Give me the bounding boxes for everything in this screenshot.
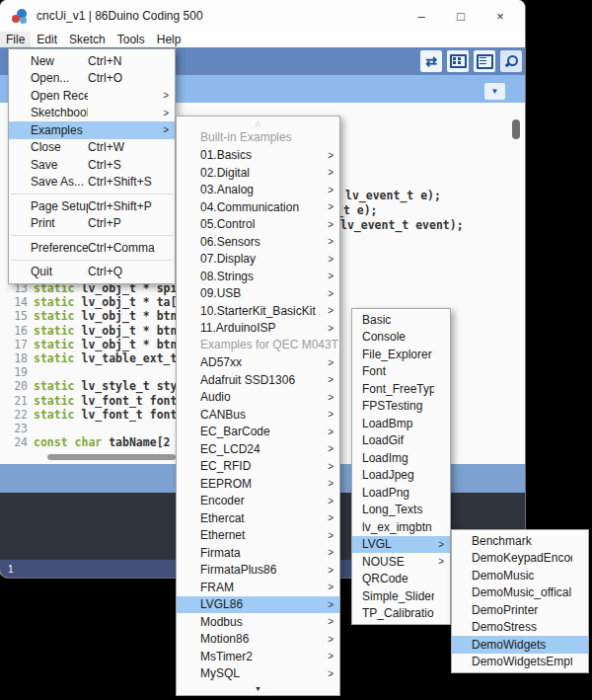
submenu-chevron-icon: > xyxy=(324,616,333,627)
menu-item-file-explorer[interactable]: File_Explorer xyxy=(352,346,450,363)
menu-item-save[interactable]: SaveCtrl+S xyxy=(9,156,175,174)
menu-item-demowidgetsempty[interactable]: DemoWidgetsEmpty xyxy=(452,654,588,671)
menu-item-demomusic-offical[interactable]: DemoMusic_offical xyxy=(452,584,588,602)
menu-item-lv-ex-imgbtn[interactable]: lv_ex_imgbtn xyxy=(352,518,450,536)
menubar-item-sketch[interactable]: Sketch xyxy=(63,32,111,47)
menu-item-ad57xx[interactable]: AD57xx> xyxy=(177,354,339,372)
menu-item-ec-barcode[interactable]: EC_BarCode> xyxy=(177,424,339,441)
menu-item-font[interactable]: Font xyxy=(352,363,450,381)
board-manager-icon[interactable] xyxy=(447,50,469,72)
minimize-button[interactable]: – xyxy=(402,0,441,32)
menu-item-ec-lcd24[interactable]: EC_LCD24> xyxy=(177,440,339,458)
menu-item-open-recent[interactable]: Open Recent> xyxy=(9,87,175,105)
menu-item-lvgl86[interactable]: LVGL86> xyxy=(177,596,339,614)
menu-item-06-sensors[interactable]: 06.Sensors> xyxy=(177,233,339,251)
menu-item-firmata[interactable]: Firmata> xyxy=(177,544,339,562)
menu-item-open[interactable]: Open...Ctrl+O xyxy=(9,70,175,88)
menu-item-11-arduinoisp[interactable]: 11.ArduinoISP> xyxy=(177,320,339,338)
menu-item-demostress[interactable]: DemoStress xyxy=(452,619,588,637)
menu-item-label: New xyxy=(31,54,88,68)
maximize-button[interactable]: □ xyxy=(441,0,481,32)
menu-item-loadpng[interactable]: LoadPng xyxy=(352,484,450,502)
menu-item-ethernet[interactable]: Ethernet> xyxy=(177,527,339,545)
menu-item-page-setup[interactable]: Page SetupCtrl+Shift+P xyxy=(9,197,175,215)
menu-item-font-freetype[interactable]: Font_FreeType xyxy=(352,380,450,398)
menu-item-benchmark[interactable]: Benchmark xyxy=(452,532,588,550)
magnifier-icon[interactable] xyxy=(500,50,522,72)
menu-item-quit[interactable]: QuitCtrl+Q xyxy=(9,264,175,281)
menu-item-ethercat[interactable]: Ethercat> xyxy=(177,509,339,527)
menu-item-demowidgets[interactable]: DemoWidgets xyxy=(452,636,588,654)
menu-item-lvgl[interactable]: LVGL> xyxy=(352,536,450,554)
menu-item-basic[interactable]: Basic xyxy=(352,311,450,329)
menu-item-eeprom[interactable]: EEPROM> xyxy=(177,475,339,493)
submenu-chevron-icon: > xyxy=(324,201,333,212)
menu-item-loadgif[interactable]: LoadGif xyxy=(352,432,450,450)
menu-item-label: 08.Strings xyxy=(200,270,324,283)
menu-item-demoprinter[interactable]: DemoPrinter xyxy=(452,601,588,619)
menu-item-04-communication[interactable]: 04.Communication> xyxy=(177,198,339,216)
menu-item-10-starterkit-basickit[interactable]: 10.StarterKit_BasicKit> xyxy=(177,302,339,320)
menu-item-qrcode[interactable]: QRCode xyxy=(352,571,450,588)
line-number: 18 xyxy=(0,351,34,365)
line-number: 24 xyxy=(0,435,34,449)
menu-item-demokeypadencoder[interactable]: DemoKeypadEncoder xyxy=(452,550,588,568)
menu-item-fram[interactable]: FRAM> xyxy=(177,579,339,596)
menu-item-close[interactable]: CloseCtrl+W xyxy=(9,139,175,157)
menu-item-label: QRCode xyxy=(362,572,434,585)
menu-item-print[interactable]: PrintCtrl+P xyxy=(9,215,175,233)
menu-item-loadimg[interactable]: LoadImg xyxy=(352,449,450,467)
menu-item-02-digital[interactable]: 02.Digital> xyxy=(177,164,339,182)
menu-item-ec-rfid[interactable]: EC_RFID> xyxy=(177,458,339,476)
vertical-scrollbar-thumb[interactable] xyxy=(512,119,520,139)
app-icon xyxy=(12,8,28,24)
menu-item-05-control[interactable]: 05.Control> xyxy=(177,216,339,234)
menubar-item-file[interactable]: File xyxy=(0,32,31,47)
menu-item-demomusic[interactable]: DemoMusic xyxy=(452,567,588,584)
menu-item-mysql[interactable]: MySQL> xyxy=(177,665,339,683)
screenshot-canvas: cncUi_v1 | 86Duino Coding 500 – □ × File… xyxy=(0,0,592,700)
menu-item-label: 07.Display xyxy=(200,252,324,266)
menu-item-tp-calibration[interactable]: TP_Calibration xyxy=(352,605,450,623)
menu-item-07-display[interactable]: 07.Display> xyxy=(177,251,339,269)
menu-item-08-strings[interactable]: 08.Strings> xyxy=(177,268,339,285)
status-line-indicator: 1 xyxy=(8,564,14,575)
submenu-chevron-icon: > xyxy=(324,599,333,610)
menu-item-mstimer2[interactable]: MsTimer2> xyxy=(177,648,339,665)
line-number: 19 xyxy=(0,365,34,379)
tab-dropdown-button[interactable]: ▼ xyxy=(484,83,505,100)
menu-item-09-usb[interactable]: 09.USB> xyxy=(177,285,339,303)
menu-item-long-texts[interactable]: Long_Texts xyxy=(352,502,450,519)
menu-item-03-analog[interactable]: 03.Analog> xyxy=(177,182,339,199)
menu-item-save-as[interactable]: Save As...Ctrl+Shift+S xyxy=(9,174,175,192)
menu-item-loadjpeg[interactable]: LoadJpeg xyxy=(352,467,450,485)
menu-item-fpstesting[interactable]: FPSTesting xyxy=(352,398,450,416)
scroll-down-icon[interactable]: ▼ xyxy=(177,682,339,695)
horizontal-scrollbar-thumb[interactable] xyxy=(47,454,176,460)
library-list-icon[interactable] xyxy=(474,50,495,72)
menubar-item-help[interactable]: Help xyxy=(151,32,187,47)
scroll-up-icon[interactable]: △ xyxy=(177,117,339,129)
menu-item-canbus[interactable]: CANBus> xyxy=(177,406,339,424)
menu-item-01-basics[interactable]: 01.Basics> xyxy=(177,147,339,165)
menu-item-simple-slider[interactable]: Simple_Slider xyxy=(352,587,450,605)
menu-item-examples[interactable]: Examples> xyxy=(9,121,175,139)
menu-item-loadbmp[interactable]: LoadBmp xyxy=(352,415,450,432)
swap-arrows-icon[interactable]: ⇄ xyxy=(420,50,442,72)
close-button[interactable]: × xyxy=(481,0,520,32)
menu-item-encoder[interactable]: Encoder> xyxy=(177,493,339,510)
menu-item-audio[interactable]: Audio> xyxy=(177,389,339,407)
menu-item-label: Open... xyxy=(31,71,88,85)
menu-item-sketchbook[interactable]: Sketchbook> xyxy=(9,105,175,122)
menu-item-motion86[interactable]: Motion86> xyxy=(177,631,339,649)
menu-item-adafruit-ssd1306[interactable]: Adafruit SSD1306> xyxy=(177,371,339,389)
menubar-item-edit[interactable]: Edit xyxy=(31,32,63,47)
menu-item-preferences[interactable]: PreferencesCtrl+Comma xyxy=(9,239,175,257)
menu-item-console[interactable]: Console xyxy=(352,329,450,347)
menu-item-firmataplus86[interactable]: FirmataPlus86> xyxy=(177,562,339,580)
line-number: 17 xyxy=(0,338,34,351)
menu-item-modbus[interactable]: Modbus> xyxy=(177,613,339,631)
menubar-item-tools[interactable]: Tools xyxy=(111,32,151,47)
menu-item-new[interactable]: NewCtrl+N xyxy=(9,52,175,70)
menu-item-nouse[interactable]: NOUSE> xyxy=(352,553,450,571)
